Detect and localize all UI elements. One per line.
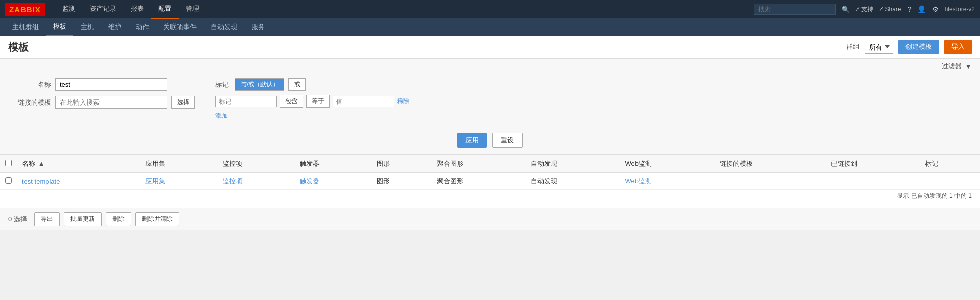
logo: ZABBIX — [5, 3, 45, 16]
top-nav-right: 🔍 Z 支持 Z Share ? 👤 ⚙ filestore-v2 — [754, 4, 975, 15]
header-tags: 标记 — [920, 155, 980, 173]
tag-value-input[interactable] — [333, 96, 394, 107]
nav-config[interactable]: 配置 — [151, 0, 179, 19]
filter-label: 过滤器 — [942, 62, 962, 71]
tag-remove-button[interactable]: 稀除 — [397, 97, 409, 106]
template-name-link[interactable]: test template — [22, 178, 60, 185]
share-label: Share — [885, 6, 901, 13]
share-link[interactable]: Z Share — [879, 6, 901, 13]
sub-nav-auto-discovery[interactable]: 自动发现 — [204, 18, 244, 36]
sub-nav-host[interactable]: 主机 — [74, 18, 101, 36]
header-checkbox-col — [0, 155, 17, 173]
tag-name-input[interactable] — [215, 96, 277, 107]
user-icon[interactable]: 👤 — [917, 5, 926, 13]
row-aggregate: 聚合图形 — [432, 173, 526, 190]
tag-contains-button[interactable]: 包含 — [280, 95, 303, 108]
select-all-checkbox[interactable] — [5, 160, 12, 166]
filter-linked-template-input[interactable] — [55, 96, 167, 109]
import-button[interactable]: 导入 — [944, 40, 972, 54]
export-button[interactable]: 导出 — [34, 212, 60, 226]
nav-assets[interactable]: 资产记录 — [83, 0, 124, 19]
trigger-link[interactable]: 触发器 — [300, 177, 320, 185]
tag-input-row: 包含 等于 稀除 — [215, 95, 409, 108]
table-section: 名称 ▲ 应用集 监控项 触发器 图形 聚合图形 自动发现 Web监测 链接的模… — [0, 155, 980, 208]
web-monitor-link[interactable]: Web监测 — [625, 177, 652, 185]
header-name: 名称 ▲ — [17, 155, 140, 173]
header-trigger: 触发器 — [295, 155, 372, 173]
row-linked-template — [715, 173, 826, 190]
row-name: test template — [17, 173, 140, 190]
filter-right: 标记 与/或（默认） 或 包含 等于 稀除 添加 — [215, 78, 409, 120]
filter-icon: ▼ — [965, 62, 972, 70]
row-app-set: 应用集 — [140, 173, 217, 190]
settings-icon[interactable]: ⚙ — [932, 5, 939, 13]
filter-header: 过滤器 ▼ — [0, 59, 980, 73]
status-bar: 显示 已自动发现的 1 中的 1 — [0, 190, 980, 203]
reset-button[interactable]: 重设 — [492, 133, 523, 148]
sub-nav-event-link[interactable]: 关联项事件 — [156, 18, 204, 36]
data-table: 名称 ▲ 应用集 监控项 触发器 图形 聚合图形 自动发现 Web监测 链接的模… — [0, 155, 980, 190]
row-graph: 图形 — [372, 173, 432, 190]
tag-equals-button[interactable]: 等于 — [306, 95, 330, 108]
header-linked-to: 已链接到 — [826, 155, 920, 173]
tag-or-button[interactable]: 或 — [288, 78, 306, 91]
header-monitor-item: 监控项 — [217, 155, 295, 173]
page-title: 模板 — [8, 40, 29, 54]
group-select[interactable]: 所有 — [865, 41, 893, 54]
tag-label-text: 标记 — [215, 80, 231, 89]
sub-nav-action[interactable]: 动作 — [129, 18, 156, 36]
share-icon: Z — [879, 6, 883, 13]
support-label: 支持 — [861, 5, 873, 14]
nav-monitor[interactable]: 监测 — [55, 0, 83, 19]
tag-add-button[interactable]: 添加 — [215, 112, 228, 120]
delete-button[interactable]: 删除 — [106, 212, 131, 226]
header-app-set: 应用集 — [140, 155, 217, 173]
tag-toggle-row: 标记 与/或（默认） 或 — [215, 78, 409, 91]
filter-left: 名称 链接的模板 选择 — [10, 78, 195, 109]
sort-name-link[interactable]: 名称 ▲ — [22, 160, 45, 167]
sub-nav: 主机群组 模板 主机 维护 动作 关联项事件 自动发现 服务 — [0, 18, 980, 36]
search-icon[interactable]: 🔍 — [842, 6, 850, 13]
tag-and-button[interactable]: 与/或（默认） — [235, 78, 284, 91]
filter-linked-template-row: 链接的模板 选择 — [10, 96, 195, 109]
row-linked-to — [826, 173, 920, 190]
filter-name-label: 名称 — [10, 80, 51, 89]
batch-update-button[interactable]: 批量更新 — [64, 212, 102, 226]
row-tags — [920, 173, 980, 190]
app-set-link[interactable]: 应用集 — [145, 177, 165, 185]
top-nav-menu: 监测 资产记录 报表 配置 管理 — [55, 0, 754, 19]
page-header: 模板 群组 所有 创建模板 导入 — [0, 36, 980, 59]
delete-clear-button[interactable]: 删除并清除 — [135, 212, 179, 226]
site-name: filestore-v2 — [945, 6, 975, 13]
table-row: test template 应用集 监控项 触发器 图形 聚合图形 自动发现 W… — [0, 173, 980, 190]
help-icon[interactable]: ? — [908, 5, 912, 13]
row-web-monitor: Web监测 — [620, 173, 715, 190]
filter-actions: 应用 重设 — [0, 129, 980, 154]
sort-arrow: ▲ — [38, 160, 45, 167]
table-body: test template 应用集 监控项 触发器 图形 聚合图形 自动发现 W… — [0, 173, 980, 190]
sub-nav-service[interactable]: 服务 — [244, 18, 272, 36]
header-web-monitor: Web监测 — [620, 155, 715, 173]
filter-linked-template-label: 链接的模板 — [10, 98, 51, 107]
search-input[interactable] — [754, 4, 836, 15]
apply-button[interactable]: 应用 — [457, 133, 487, 148]
group-label: 群组 — [846, 42, 860, 52]
monitor-item-link[interactable]: 监控项 — [223, 177, 242, 185]
table-header: 名称 ▲ 应用集 监控项 触发器 图形 聚合图形 自动发现 Web监测 链接的模… — [0, 155, 980, 173]
nav-report[interactable]: 报表 — [124, 0, 151, 19]
filter-select-button[interactable]: 选择 — [172, 96, 195, 109]
sub-nav-template[interactable]: 模板 — [46, 18, 74, 36]
page-header-right: 群组 所有 创建模板 导入 — [846, 40, 972, 54]
sub-nav-host-group[interactable]: 主机群组 — [5, 18, 46, 36]
filter-body: 名称 链接的模板 选择 标记 与/或（默认） 或 包含 等于 稀除 — [0, 73, 980, 129]
support-link[interactable]: Z 支持 — [856, 5, 873, 14]
nav-admin[interactable]: 管理 — [179, 0, 206, 19]
filter-section: 过滤器 ▼ 名称 链接的模板 选择 标记 与/或（默认） 或 包 — [0, 59, 980, 155]
filter-name-row: 名称 — [10, 78, 195, 91]
create-template-button[interactable]: 创建模板 — [898, 40, 939, 54]
row-checkbox[interactable] — [5, 177, 12, 184]
row-checkbox-col — [0, 173, 17, 190]
filter-name-input[interactable] — [55, 78, 167, 91]
sub-nav-maintenance[interactable]: 维护 — [101, 18, 129, 36]
logo-text: ZABBIX — [9, 5, 41, 14]
